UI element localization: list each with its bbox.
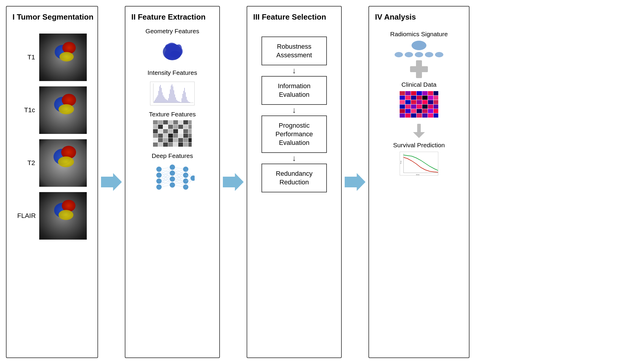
fs-box-information: InformationEvaluation	[261, 76, 327, 105]
svg-rect-181	[405, 113, 411, 118]
mri-label-flair: FLAIR	[17, 212, 35, 220]
section-analysis: IV Analysis Radiomics Signature	[368, 6, 469, 358]
svg-point-131	[156, 184, 162, 190]
svg-rect-93	[178, 143, 183, 147]
svg-rect-41	[184, 88, 185, 103]
svg-rect-168	[411, 105, 416, 109]
section-feature-selection: III Feature Selection RobustnessAssessme…	[247, 6, 342, 358]
svg-point-133	[170, 170, 175, 176]
svg-rect-166	[400, 105, 405, 109]
fs-arrow-3: ↓	[292, 154, 296, 162]
svg-rect-37	[181, 102, 181, 103]
svg-rect-153	[405, 96, 411, 100]
svg-rect-31	[175, 97, 176, 103]
svg-rect-62	[183, 125, 188, 129]
sig-dot-5	[435, 52, 443, 57]
svg-rect-178	[428, 109, 433, 113]
svg-rect-12	[158, 91, 159, 103]
svg-rect-29	[174, 90, 174, 103]
svg-rect-174	[405, 109, 411, 113]
neural-network-svg	[150, 162, 195, 197]
geometry-label: Geometry Features	[146, 28, 199, 35]
feature-deep: Deep Features	[128, 152, 216, 197]
main-container: I Tumor Segmentation T1 T1c	[0, 0, 624, 364]
mri-label-t1: T1	[17, 53, 35, 61]
survival-chart-visual: time Prob	[400, 152, 438, 175]
geometry-visual	[149, 37, 196, 67]
section-feature-extraction: II Feature Extraction Geometry Features …	[125, 6, 220, 358]
svg-rect-70	[183, 129, 188, 133]
svg-rect-79	[188, 134, 192, 138]
section-tumor-segmentation: I Tumor Segmentation T1 T1c	[6, 6, 98, 358]
svg-marker-188	[413, 132, 425, 138]
svg-rect-30	[174, 94, 175, 103]
analysis-content: Radiomics Signature Clinical Data	[390, 31, 448, 175]
svg-rect-56	[153, 125, 158, 129]
arrow-2-3	[220, 6, 247, 358]
svg-rect-19	[165, 98, 165, 103]
svg-rect-26	[171, 86, 171, 103]
svg-rect-75	[168, 134, 173, 138]
svg-rect-52	[173, 120, 178, 124]
fs-box-prognostic: PrognosticPerformanceEvaluation	[261, 115, 327, 153]
sig-dot-1	[395, 52, 403, 57]
svg-rect-77	[178, 134, 183, 138]
svg-rect-11	[157, 95, 158, 103]
svg-rect-186	[434, 113, 438, 118]
svg-rect-71	[188, 129, 192, 133]
clinical-heatmap-svg	[400, 91, 438, 121]
svg-rect-151	[434, 91, 438, 95]
svg-rect-88	[153, 143, 158, 147]
svg-point-144	[190, 175, 195, 181]
svg-rect-58	[163, 125, 168, 129]
mri-label-t2: T2	[17, 159, 35, 167]
section-4-title: IV Analysis	[372, 12, 416, 22]
svg-rect-167	[405, 105, 411, 109]
fs-label-information: InformationEvaluation	[278, 82, 311, 98]
mri-row-flair: FLAIR	[17, 192, 87, 240]
svg-rect-54	[183, 120, 188, 124]
svg-rect-69	[178, 129, 183, 133]
svg-rect-43	[186, 97, 187, 103]
texture-grid-svg	[153, 120, 192, 150]
mri-label-t1c: T1c	[17, 106, 35, 114]
svg-rect-154	[411, 96, 416, 100]
svg-rect-65	[158, 129, 163, 133]
svg-rect-28	[173, 86, 173, 103]
svg-rect-22	[167, 100, 168, 103]
sig-dot-3	[415, 52, 423, 57]
svg-rect-60	[173, 125, 178, 129]
svg-rect-38	[182, 98, 182, 103]
sig-dot-4	[425, 52, 433, 57]
svg-rect-183	[417, 113, 422, 118]
svg-rect-39	[182, 94, 183, 103]
svg-rect-170	[422, 105, 428, 109]
fs-arrow-2: ↓	[292, 106, 296, 114]
svg-rect-150	[428, 91, 433, 95]
svg-rect-171	[428, 105, 433, 109]
mri-img-t2	[39, 139, 87, 187]
svg-rect-18	[164, 97, 164, 103]
svg-rect-36	[180, 102, 180, 103]
svg-rect-80	[153, 138, 158, 142]
svg-rect-32	[176, 100, 177, 103]
svg-rect-23	[168, 98, 169, 103]
mri-img-t1c	[39, 86, 87, 134]
svg-rect-84	[173, 138, 178, 142]
svg-rect-34	[178, 101, 179, 103]
section-2-title: II Feature Extraction	[128, 12, 206, 22]
radiomics-signature-label: Radiomics Signature	[390, 31, 448, 38]
texture-visual	[149, 120, 196, 150]
svg-rect-155	[417, 96, 422, 100]
svg-point-134	[170, 176, 175, 182]
fs-box-robustness: RobustnessAssessment	[261, 37, 327, 65]
svg-rect-146	[405, 91, 411, 95]
svg-rect-180	[400, 113, 405, 118]
svg-rect-85	[178, 138, 183, 142]
svg-rect-64	[153, 129, 158, 133]
svg-rect-148	[417, 91, 422, 95]
deep-label: Deep Features	[152, 152, 193, 159]
svg-rect-173	[400, 109, 405, 113]
svg-rect-13	[159, 86, 160, 103]
svg-rect-95	[188, 143, 192, 147]
